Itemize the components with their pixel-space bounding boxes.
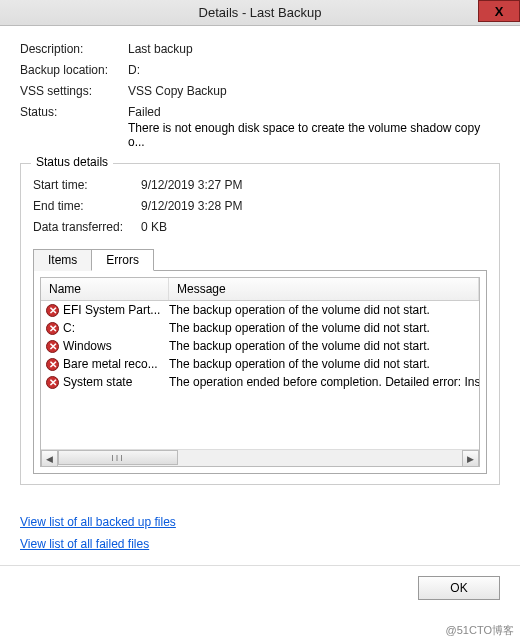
row-name: Bare metal reco... (63, 357, 158, 371)
ok-button[interactable]: OK (418, 576, 500, 600)
link-failed-files[interactable]: View list of all failed files (20, 537, 520, 551)
start-time-label: Start time: (33, 178, 141, 192)
link-backed-up-files[interactable]: View list of all backed up files (20, 515, 520, 529)
column-message[interactable]: Message (169, 278, 479, 300)
tab-errors[interactable]: Errors (91, 249, 154, 271)
row-name: System state (63, 375, 132, 389)
group-title: Status details (31, 155, 113, 169)
close-button[interactable]: X (478, 0, 520, 22)
cell-name: ✕C: (41, 321, 169, 335)
tab-body-errors: Name Message ✕EFI System Part...The back… (33, 270, 487, 474)
data-transferred-label: Data transferred: (33, 220, 141, 234)
error-icon: ✕ (46, 358, 59, 371)
error-icon: ✕ (46, 322, 59, 335)
content-area: Description: Last backup Backup location… (0, 26, 520, 493)
table-header: Name Message (41, 278, 479, 301)
end-time-value: 9/12/2019 3:28 PM (141, 199, 487, 213)
links-section: View list of all backed up files View li… (20, 515, 520, 551)
close-icon: X (495, 4, 504, 19)
tabs: Items Errors (33, 248, 487, 270)
column-name[interactable]: Name (41, 278, 169, 300)
table-row[interactable]: ✕C:The backup operation of the volume di… (41, 319, 479, 337)
tab-items[interactable]: Items (33, 249, 91, 271)
cell-message: The backup operation of the volume did n… (169, 321, 479, 335)
row-name: EFI System Part... (63, 303, 160, 317)
row-name: C: (63, 321, 75, 335)
error-icon: ✕ (46, 340, 59, 353)
titlebar: Details - Last Backup X (0, 0, 520, 26)
description-value: Last backup (128, 42, 500, 56)
cell-name: ✕Windows (41, 339, 169, 353)
cell-name: ✕EFI System Part... (41, 303, 169, 317)
data-transferred-value: 0 KB (141, 220, 487, 234)
vss-label: VSS settings: (20, 84, 128, 98)
status-detail: There is not enough disk space to create… (128, 121, 500, 149)
vss-value: VSS Copy Backup (128, 84, 500, 98)
errors-table: Name Message ✕EFI System Part...The back… (40, 277, 480, 467)
start-time-value: 9/12/2019 3:27 PM (141, 178, 487, 192)
scroll-left-button[interactable]: ◀ (41, 450, 58, 467)
error-icon: ✕ (46, 376, 59, 389)
scroll-right-button[interactable]: ▶ (462, 450, 479, 467)
cell-message: The backup operation of the volume did n… (169, 339, 479, 353)
scroll-thumb[interactable]: III (58, 450, 178, 465)
cell-name: ✕System state (41, 375, 169, 389)
status-label: Status: (20, 105, 128, 119)
scroll-track[interactable]: III (58, 450, 462, 466)
horizontal-scrollbar[interactable]: ◀ III ▶ (41, 449, 479, 466)
table-row[interactable]: ✕EFI System Part...The backup operation … (41, 301, 479, 319)
window-title: Details - Last Backup (0, 5, 520, 20)
description-label: Description: (20, 42, 128, 56)
location-label: Backup location: (20, 63, 128, 77)
status-value: Failed (128, 105, 500, 119)
cell-message: The operation ended before completion. D… (169, 375, 479, 389)
cell-message: The backup operation of the volume did n… (169, 303, 479, 317)
status-details-group: Status details Start time: 9/12/2019 3:2… (20, 163, 500, 485)
end-time-label: End time: (33, 199, 141, 213)
row-name: Windows (63, 339, 112, 353)
table-row[interactable]: ✕WindowsThe backup operation of the volu… (41, 337, 479, 355)
cell-name: ✕Bare metal reco... (41, 357, 169, 371)
watermark: @51CTO博客 (446, 623, 514, 638)
cell-message: The backup operation of the volume did n… (169, 357, 479, 371)
error-icon: ✕ (46, 304, 59, 317)
table-row[interactable]: ✕Bare metal reco...The backup operation … (41, 355, 479, 373)
table-row[interactable]: ✕System stateThe operation ended before … (41, 373, 479, 391)
footer: OK (0, 565, 520, 610)
location-value: D: (128, 63, 500, 77)
table-rows: ✕EFI System Part...The backup operation … (41, 301, 479, 449)
